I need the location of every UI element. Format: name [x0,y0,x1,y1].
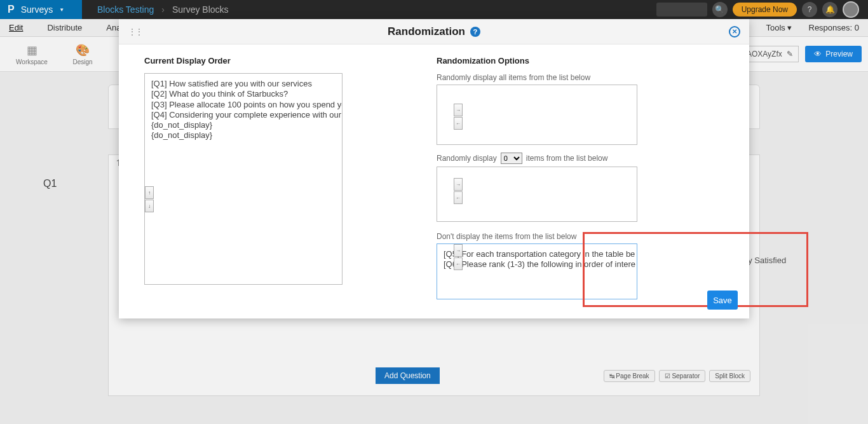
display-order-header: Current Display Order [144,56,354,65]
dont-display-list[interactable]: [Q5] For each transportation category in… [437,243,637,299]
move-right-button[interactable]: → [454,178,463,191]
help-circle-icon[interactable]: ? [470,27,480,37]
options-header: Randomization Options [437,56,724,65]
move-down-button[interactable]: ↓ [145,200,154,212]
randomize-n-list[interactable] [437,167,637,222]
list-item[interactable]: [Q3] Please allocate 100 points on how y… [151,100,336,110]
list-item[interactable]: [Q4] Considering your complete experienc… [151,110,336,120]
save-button[interactable]: Save [707,291,738,310]
randomization-modal: ⋮⋮ Randomization ? ✕ Current Display Ord… [119,19,749,318]
randomize-n-pre: Randomly display [437,154,497,163]
list-item[interactable]: [Q5] For each transportation category in… [444,249,630,259]
list-item[interactable]: {do_not_display} [151,120,336,130]
move-left-button[interactable]: ← [454,117,463,130]
move-right-button[interactable]: → [454,104,463,116]
randomize-n-select[interactable]: 0 [501,153,522,164]
list-item[interactable]: [Q1] How satisfied are you with our serv… [151,79,336,89]
display-order-list[interactable]: [Q1] How satisfied are you with our serv… [144,73,342,285]
modal-header: ⋮⋮ Randomization ? ✕ [119,19,749,44]
drag-handle-icon[interactable]: ⋮⋮ [128,27,142,37]
move-left-button[interactable]: ← [454,257,463,270]
modal-title: Randomization [388,25,465,38]
randomize-all-label: Randomly display all items from the list… [437,73,724,82]
randomize-n-post: items from the list below [526,154,608,163]
list-item[interactable]: {do_not_display} [151,130,336,140]
randomize-all-list[interactable] [437,85,637,145]
dont-display-label: Don't display the items from the list be… [437,232,724,241]
close-icon[interactable]: ✕ [729,26,740,38]
move-right-button[interactable]: → [454,244,463,257]
move-up-button[interactable]: ↑ [145,186,154,199]
list-item[interactable]: [Q2] What do you think of Starbucks? [151,89,336,99]
list-item[interactable]: [Q6] Please rank (1-3) the following in … [444,259,630,270]
move-left-button[interactable]: ← [454,191,463,204]
